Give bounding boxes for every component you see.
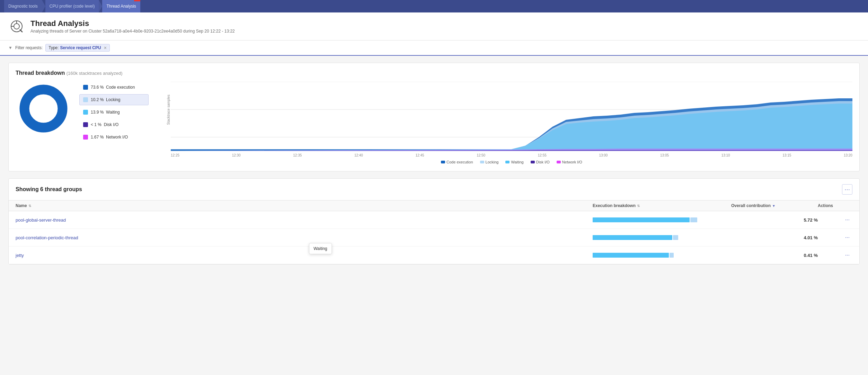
legend-dot-code-execution — [83, 85, 88, 90]
table-header: Name ⇅ Execution breakdown ⇅ Overall con… — [9, 200, 859, 211]
chart-legend: Code execution Locking Waiting Disk — [171, 160, 852, 164]
chart-area: Stacktrace samples 4k 2k 0 — [157, 82, 852, 164]
action-menu-button-1[interactable]: ··· — [842, 233, 852, 242]
filter-bar: ▼ Filter requests: Type: Service request… — [0, 41, 868, 56]
thread-name-0[interactable]: pool-global-server-thread — [16, 217, 593, 223]
sort-icon-name[interactable]: ⇅ — [28, 204, 31, 208]
donut-chart — [16, 82, 71, 135]
thread-groups-title: Showing 6 thread groups — [16, 186, 82, 193]
filter-icon: ▼ — [8, 45, 12, 50]
page-subtitle: Analyzing threads of Server on Cluster 5… — [30, 29, 235, 34]
sort-icon-execution[interactable]: ⇅ — [637, 204, 640, 208]
action-menu-button-0[interactable]: ··· — [842, 215, 852, 224]
legend-dot-network-io — [83, 135, 88, 140]
thread-breakdown-section: Thread breakdown (160k stacktraces analy… — [8, 63, 860, 171]
thread-groups-header: Showing 6 thread groups ⋯ — [9, 179, 859, 200]
legend-dot-locking — [83, 97, 88, 102]
actions-cell-2: ··· — [818, 251, 852, 260]
breakdown-title: Thread breakdown (160k stacktraces analy… — [16, 70, 852, 76]
execution-bar-0 — [593, 217, 731, 222]
waiting-tooltip: Waiting — [309, 243, 332, 254]
exec-bar-blue-0 — [593, 217, 690, 222]
legend-item-disk-io[interactable]: < 1 % Disk I/O — [79, 119, 149, 130]
breadcrumb-nav: Diagnostic tools CPU profiler (code leve… — [0, 0, 868, 12]
actions-cell-0: ··· — [818, 215, 852, 224]
actions-cell-1: ··· — [818, 233, 852, 242]
col-header-contribution[interactable]: Overall contribution ▼ — [731, 203, 818, 208]
exec-bar-light-0 — [690, 217, 697, 222]
action-menu-button-2[interactable]: ··· — [842, 251, 852, 260]
contribution-1: 4.01 % — [731, 235, 818, 240]
x-axis-labels: 12:25 12:30 12:35 12:40 12:45 12:50 12:5… — [171, 153, 852, 157]
chart-legend-dot-disk — [531, 161, 535, 163]
svg-point-10 — [29, 95, 57, 123]
legend-item-locking[interactable]: 10.2 % Locking — [79, 94, 149, 105]
legend-item-network-io[interactable]: 1.67 % Network I/O — [79, 132, 149, 143]
chart-legend-dot-network — [557, 161, 561, 163]
filter-tag-close[interactable]: × — [104, 45, 107, 51]
col-header-name: Name ⇅ — [16, 203, 593, 208]
legend-item-waiting[interactable]: 13.9 % Waiting — [79, 107, 149, 118]
table-row: pool-correlation-periodic-thread 4.01 % … — [9, 229, 859, 247]
filter-tag[interactable]: Type: Service request CPU × — [45, 44, 110, 52]
chart-legend-locking: Locking — [480, 160, 499, 164]
chart-legend-dot-locking — [480, 161, 484, 163]
page-title: Thread Analysis — [30, 19, 235, 28]
filter-tag-prefix: Type: — [48, 45, 59, 50]
table-row: jetty 0.41 % ··· Waiting — [9, 247, 859, 264]
chart-legend-code-execution: Code execution — [441, 160, 473, 164]
legend-dot-waiting — [83, 110, 88, 115]
sort-icon-contribution: ▼ — [772, 204, 776, 208]
breadcrumb-diagnostic-tools[interactable]: Diagnostic tools — [4, 0, 42, 12]
breadcrumb-thread-analysis[interactable]: Thread Analysis — [102, 0, 140, 12]
page-header-text: Thread Analysis Analyzing threads of Ser… — [30, 19, 235, 34]
thread-groups-section: Showing 6 thread groups ⋯ Name ⇅ Executi… — [8, 178, 860, 265]
thread-name-1[interactable]: pool-correlation-periodic-thread — [16, 235, 593, 240]
breakdown-legend: 73.6 % Code execution 10.2 % Locking 13.… — [79, 82, 149, 144]
thread-analysis-icon — [8, 18, 25, 35]
contribution-2: 0.41 % — [731, 253, 818, 258]
chart-legend-waiting: Waiting — [505, 160, 523, 164]
breakdown-content: 73.6 % Code execution 10.2 % Locking 13.… — [16, 82, 852, 164]
legend-item-code-execution[interactable]: 73.6 % Code execution — [79, 82, 149, 93]
execution-bar-2 — [593, 253, 731, 258]
exec-bar-light-1 — [673, 235, 678, 240]
chart-wrapper: Stacktrace samples 4k 2k 0 — [157, 82, 852, 164]
svg-point-1 — [14, 24, 19, 29]
filter-label: Filter requests: — [15, 45, 43, 50]
exec-bar-light-2 — [670, 253, 674, 258]
col-header-execution: Execution breakdown ⇅ — [593, 203, 731, 208]
chart-legend-disk-io: Disk I/O — [531, 160, 550, 164]
y-axis-label: Stacktrace samples — [167, 95, 170, 125]
thread-name-2[interactable]: jetty — [16, 253, 593, 258]
more-options-button[interactable]: ⋯ — [842, 184, 852, 195]
execution-bar-1 — [593, 235, 731, 240]
chart-legend-dot-code — [441, 161, 445, 163]
chart-svg: 4k 2k 0 — [171, 82, 852, 151]
legend-dot-disk-io — [83, 122, 88, 127]
main-content: Thread breakdown (160k stacktraces analy… — [0, 56, 868, 271]
chart-legend-network-io: Network I/O — [557, 160, 582, 164]
red-indicator — [134, 0, 140, 1]
contribution-0: 5.72 % — [731, 217, 818, 223]
exec-bar-blue-2 — [593, 253, 669, 258]
filter-tag-value: Service request CPU — [60, 45, 101, 50]
breakdown-subtitle: (160k stacktraces analyzed) — [67, 71, 123, 76]
svg-line-4 — [20, 30, 22, 32]
exec-bar-blue-1 — [593, 235, 672, 240]
chart-legend-dot-waiting — [505, 161, 510, 163]
table-row: pool-global-server-thread 5.72 % ··· — [9, 211, 859, 229]
page-header: Thread Analysis Analyzing threads of Ser… — [0, 12, 868, 41]
breadcrumb-cpu-profiler[interactable]: CPU profiler (code level) — [45, 0, 99, 12]
col-header-actions: Actions — [818, 203, 852, 208]
